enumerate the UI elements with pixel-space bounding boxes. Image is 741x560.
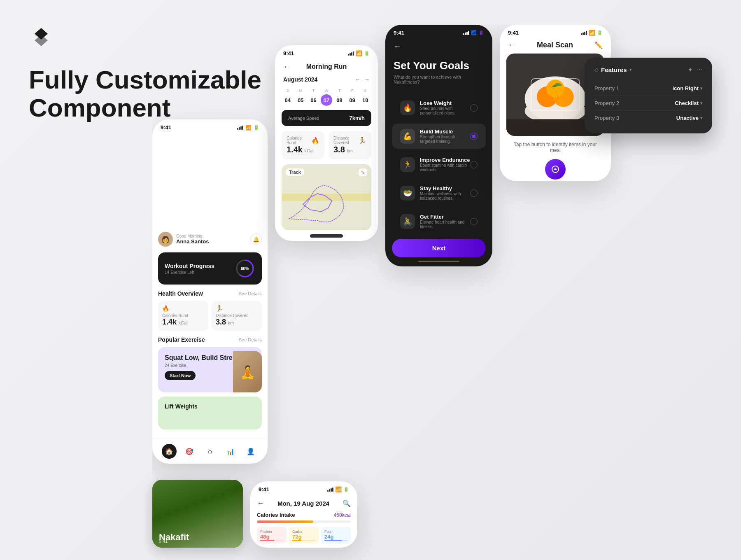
calories-intake-label: Calories Intake bbox=[257, 512, 295, 518]
avg-speed-value: 7km/h bbox=[349, 115, 365, 121]
features-panel-header: ◇ Features ▾ ✦ ··· bbox=[594, 66, 702, 74]
day-t2[interactable]: T08 bbox=[333, 89, 345, 106]
phone2-run-icon: 🏃 bbox=[358, 137, 366, 145]
calories-metric: Calories Burnt 🔥 1.4k kCal bbox=[282, 131, 324, 159]
goal-radio-4[interactable] bbox=[470, 189, 478, 197]
nav-home[interactable]: 🏠 bbox=[162, 444, 177, 459]
track-label: Track bbox=[286, 168, 304, 176]
goal-get-fitter[interactable]: 🚴 Get Fitter Elevate heart health and fi… bbox=[392, 209, 486, 234]
goal-stay-healthy-text: Stay Healthy Maintain wellness with bala… bbox=[420, 185, 470, 201]
phone2-back-button[interactable]: ← bbox=[283, 63, 291, 71]
goals-list: 🔥 Lose Weight Shed pounds with personali… bbox=[385, 95, 492, 234]
goals-back-button[interactable]: ← bbox=[394, 42, 484, 51]
goal-build-muscle[interactable]: 💪 Build Muscle Strengthen through target… bbox=[392, 124, 486, 149]
scan-frame bbox=[531, 78, 580, 111]
goals-subtitle: What do you want to achieve with Nakafit… bbox=[394, 75, 484, 84]
meal-scan-back-button[interactable]: ← bbox=[508, 41, 515, 49]
phone-morning-run: 9:41 📶 🔋 ← Morning Run August 2024 ← → bbox=[275, 45, 378, 241]
goal-stay-healthy[interactable]: 🥗 Stay Healthy Maintain wellness with ba… bbox=[392, 180, 486, 205]
features-title-row: ◇ Features ▾ bbox=[594, 66, 632, 73]
nav-workouts[interactable]: ⌂ bbox=[203, 444, 217, 459]
property3-value-row[interactable]: Unactive ▾ bbox=[676, 115, 702, 121]
week-days-header: S04 M05 T06 W07 T08 F09 S10 bbox=[282, 89, 371, 106]
phone2-distance-label: Distance Covered bbox=[333, 136, 358, 145]
sparkle-icon[interactable]: ✦ bbox=[687, 66, 693, 74]
goal-build-muscle-text: Build Muscle Strengthen through targeted… bbox=[420, 128, 470, 144]
features-dropdown-icon[interactable]: ▾ bbox=[629, 67, 632, 72]
property1-value-row[interactable]: Icon Right ▾ bbox=[672, 85, 702, 91]
next-month-button[interactable]: → bbox=[364, 76, 370, 83]
phone5-time: 9:41 bbox=[259, 486, 269, 492]
calories-unit: kCal bbox=[179, 320, 188, 325]
day-s2[interactable]: S10 bbox=[359, 89, 371, 106]
goals-title: Set Your Goals bbox=[394, 59, 484, 72]
property1-label: Property 1 bbox=[594, 85, 619, 91]
goal-radio-1[interactable] bbox=[470, 104, 478, 112]
phone2-wifi-icon: 📶 bbox=[356, 50, 362, 56]
progress-label: 60% bbox=[241, 266, 249, 271]
phone1-signal bbox=[237, 126, 243, 130]
day-f[interactable]: F09 bbox=[346, 89, 358, 106]
goal-radio-2[interactable] bbox=[470, 133, 478, 140]
nav-profile[interactable]: 👤 bbox=[243, 444, 258, 459]
see-details-exercise[interactable]: See Details bbox=[239, 337, 262, 342]
prev-month-button[interactable]: ← bbox=[355, 76, 361, 83]
phone3-signal bbox=[463, 31, 469, 35]
goal-lose-weight[interactable]: 🔥 Lose Weight Shed pounds with personali… bbox=[392, 95, 486, 120]
notification-bell[interactable]: 🔔 bbox=[250, 233, 262, 245]
goal-endurance[interactable]: 🏃 Improve Endurance Boost stamina with c… bbox=[392, 152, 486, 177]
nav-explore[interactable]: 🎯 bbox=[182, 444, 197, 459]
calendar-header: August 2024 ← → bbox=[275, 73, 378, 86]
day-t1[interactable]: T06 bbox=[308, 89, 319, 106]
workout-title: Workout Progress bbox=[165, 263, 214, 269]
user-name: Anna Santos bbox=[176, 238, 209, 245]
distance-label: Distance Covered bbox=[216, 313, 258, 318]
phone5-battery-icon: 🔋 bbox=[343, 487, 349, 492]
phone2-header: ← Morning Run bbox=[275, 59, 378, 73]
exercise2-title: Lift Weights bbox=[165, 403, 255, 410]
workout-progress-card: Workout Progress 14 Exercise Left 60% bbox=[158, 252, 262, 285]
property2-value-row[interactable]: Checklist ▾ bbox=[675, 100, 702, 106]
property3-label: Property 3 bbox=[594, 115, 619, 121]
property2-label: Property 2 bbox=[594, 100, 619, 106]
cal-nav: ← Mon, 19 Aug 2024 🔍 bbox=[250, 495, 357, 512]
property3-chevron: ▾ bbox=[700, 116, 702, 120]
phone1-time: 9:41 bbox=[161, 124, 171, 131]
cal-back-button[interactable]: ← bbox=[257, 499, 264, 508]
fire-icon: 🔥 bbox=[162, 305, 204, 312]
phone4-signal bbox=[581, 31, 587, 35]
more-icon[interactable]: ··· bbox=[697, 66, 702, 74]
cal-search-icon[interactable]: 🔍 bbox=[343, 499, 351, 507]
cal-date: Mon, 19 Aug 2024 bbox=[277, 500, 329, 507]
edit-icon[interactable]: ✏️ bbox=[594, 41, 603, 49]
goal-radio-3[interactable] bbox=[470, 161, 478, 168]
phone4-battery-icon: 🔋 bbox=[597, 30, 603, 35]
scan-action-button[interactable] bbox=[545, 159, 566, 180]
nav-stats[interactable]: 📊 bbox=[223, 444, 238, 459]
phone3-wifi-icon: 📶 bbox=[471, 30, 477, 35]
phone5-wifi-icon: 📶 bbox=[335, 486, 342, 492]
expand-icon[interactable]: ⤡ bbox=[359, 168, 367, 176]
property2-chevron: ▾ bbox=[700, 101, 702, 105]
phone3-battery-icon: 🔋 bbox=[478, 30, 484, 35]
nakafit-label: Nakafit bbox=[159, 532, 189, 543]
exercise-card-2[interactable]: Lift Weights bbox=[158, 397, 262, 429]
property3-value: Unactive bbox=[676, 115, 699, 121]
next-button[interactable]: Next bbox=[392, 239, 486, 257]
meal-scan-title: Meal Scan bbox=[537, 41, 573, 49]
goal-radio-5[interactable] bbox=[470, 218, 478, 225]
calories-progress-fill bbox=[257, 520, 313, 523]
property3-row: Property 3 Unactive ▾ bbox=[594, 111, 702, 125]
day-m[interactable]: M05 bbox=[294, 89, 306, 106]
phone2-distance-value: 3.8 bbox=[333, 145, 345, 154]
features-actions: ✦ ··· bbox=[687, 66, 702, 74]
start-now-button[interactable]: Start Now bbox=[165, 371, 196, 380]
features-panel: ◇ Features ▾ ✦ ··· Property 1 Icon Right… bbox=[585, 58, 712, 133]
day-w[interactable]: W07 bbox=[320, 89, 332, 106]
wifi-icon: 📶 bbox=[245, 125, 252, 131]
calories-intake-row: Calories Intake 450kcal bbox=[257, 512, 351, 518]
health-title: Health Overview bbox=[158, 290, 203, 297]
see-details-health[interactable]: See Details bbox=[239, 291, 262, 296]
day-s1: S04 bbox=[282, 89, 294, 106]
exercise-card-1[interactable]: Squat Low, Build Strength 24 Exercise St… bbox=[158, 347, 262, 392]
